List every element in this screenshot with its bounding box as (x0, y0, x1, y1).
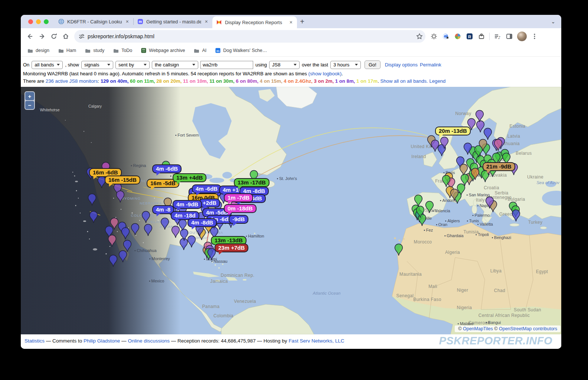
direction-select[interactable]: sent by (115, 61, 150, 69)
site-settings-icon[interactable] (79, 33, 85, 39)
map-marker[interactable] (187, 235, 196, 248)
extension-privacy-icon[interactable] (440, 31, 451, 42)
map-marker[interactable] (171, 226, 180, 238)
reception-report-label[interactable]: 13m +4dB (173, 173, 206, 182)
back-button[interactable] (24, 31, 36, 42)
map-marker[interactable] (89, 211, 98, 223)
minimize-window-button[interactable] (36, 19, 41, 24)
extension-r-icon[interactable]: R (464, 31, 475, 42)
extension-globe-icon[interactable] (452, 31, 463, 42)
reception-report-label[interactable]: +2dB (199, 199, 220, 207)
map-marker[interactable] (131, 223, 140, 236)
band-select[interactable]: all bands (32, 61, 63, 69)
statistics-link[interactable]: Statistics (24, 338, 45, 344)
reception-report-label[interactable]: 4m -9dB (173, 200, 202, 209)
new-tab-button[interactable]: + (297, 16, 307, 27)
tab-overflow-button[interactable]: ⌄ (549, 17, 558, 26)
display-options-link[interactable]: Display options (385, 62, 418, 68)
map-marker[interactable] (116, 190, 125, 203)
reception-report-label[interactable]: 13m -17dB (234, 178, 270, 187)
openmaptiles-link[interactable]: OpenMapTiles (463, 326, 493, 331)
mode-select[interactable]: JS8 (269, 61, 300, 69)
map-marker[interactable] (478, 139, 487, 151)
hosting-link[interactable]: Fast Serv Networks, LLC (288, 338, 344, 344)
reception-report-label[interactable]: 1m -7dB (224, 193, 253, 202)
map-marker[interactable] (494, 139, 503, 151)
bookmark-item[interactable]: 31 ToDo (113, 48, 132, 53)
openstreetmap-link[interactable]: OpenStreetMap contributors (499, 326, 557, 331)
map-marker[interactable] (118, 250, 127, 263)
map-marker[interactable] (475, 110, 484, 122)
maximize-window-button[interactable] (44, 19, 49, 24)
bookmark-label: ToDo (121, 48, 132, 53)
reception-report-label[interactable]: 4m -6dB (152, 164, 182, 173)
period-select[interactable]: 3 hours (330, 61, 361, 69)
online-discussions-link[interactable]: Online discussions (128, 338, 170, 344)
map-marker[interactable] (141, 211, 150, 223)
active-monitors-link[interactable]: 236 active JS8 monitors (46, 78, 98, 84)
zoom-out-button[interactable]: − (25, 101, 34, 109)
map-marker[interactable] (88, 193, 97, 206)
map-marker[interactable] (416, 206, 425, 218)
map-marker[interactable] (109, 255, 118, 267)
bookmark-item[interactable]: 31 study (85, 48, 104, 53)
map-marker[interactable] (450, 189, 459, 201)
callsign-input[interactable] (200, 61, 253, 69)
reception-report-label[interactable]: 23m +7dB (215, 243, 248, 252)
map-marker[interactable] (440, 137, 449, 149)
map-marker[interactable] (471, 168, 480, 180)
go-button[interactable]: Go! (365, 60, 380, 69)
side-panel-icon[interactable] (504, 31, 515, 42)
legend-link[interactable]: Legend (429, 78, 445, 84)
bookmark-item[interactable]: 31 design (27, 48, 49, 53)
tab-reception-reports-active[interactable]: Display Reception Reports × (212, 16, 297, 28)
extensions-puzzle-icon[interactable] (476, 31, 487, 42)
reception-map[interactable]: WhitehorseCalgaryReginaFort SevernThunde… (21, 87, 561, 334)
bookmark-item[interactable]: 31 AI (194, 48, 206, 53)
profile-avatar[interactable] (517, 32, 527, 41)
tab-callsign-lookup[interactable]: KD6FTR - Callsign Lookup by × (55, 15, 133, 28)
map-marker[interactable] (108, 235, 117, 247)
extension-gear-icon[interactable] (428, 31, 440, 42)
signals-select[interactable]: signals (81, 61, 113, 69)
tab-close-icon[interactable]: × (125, 19, 130, 24)
bookmark-star-icon[interactable] (416, 33, 423, 40)
reception-report-label[interactable]: 0m -18dB (224, 204, 257, 213)
forward-button[interactable] (36, 31, 48, 42)
bookmark-item[interactable]: 31 Webpage archive (141, 48, 185, 53)
map-marker[interactable] (394, 243, 403, 256)
map-marker[interactable] (425, 201, 434, 213)
tab-close-icon[interactable]: × (204, 19, 209, 24)
close-window-button[interactable] (28, 19, 33, 24)
tab-close-icon[interactable]: × (289, 19, 293, 25)
url-text[interactable]: pskreporter.info/pskmap.html (88, 33, 413, 39)
map-marker[interactable] (463, 142, 472, 155)
reception-report-label[interactable]: 16m -15dB (105, 176, 140, 184)
show-logbook-link[interactable]: (show logbook) (308, 71, 342, 76)
permalink-link[interactable]: Permalink (420, 62, 441, 68)
media-controls-icon[interactable]: ♪ (492, 31, 503, 42)
reception-report-label[interactable]: -9dB (229, 215, 248, 224)
show-all-bands-link[interactable]: Show all on all bands. (380, 78, 428, 84)
map-marker[interactable] (485, 196, 494, 209)
map-marker[interactable] (512, 209, 520, 222)
reception-report-label[interactable]: 21m -9dB (483, 162, 515, 171)
map-marker[interactable] (483, 128, 492, 140)
bookmark-item[interactable]: 31 Ham (58, 48, 76, 53)
tab-mastodon[interactable]: m Getting started - masto.deoa × (134, 15, 212, 28)
entity-select[interactable]: the callsign (152, 61, 198, 69)
map-marker[interactable] (442, 175, 451, 187)
bookmark-item[interactable]: 31 Dog Walkers' Sche… (215, 48, 267, 53)
menu-kebab-icon[interactable] (529, 31, 540, 42)
reception-report-label[interactable]: 4m -8dB (187, 218, 217, 227)
zoom-in-button[interactable]: + (25, 92, 34, 100)
philip-gladstone-link[interactable]: Philip Gladstone (84, 338, 120, 344)
reload-button[interactable] (48, 31, 59, 42)
map-marker[interactable] (160, 217, 169, 230)
home-button[interactable] (60, 31, 71, 42)
reception-report-label[interactable]: 20m -13dB (435, 127, 471, 135)
reception-report-label[interactable]: 4m -6dB (192, 184, 221, 193)
map-marker[interactable] (121, 227, 130, 240)
map-marker[interactable] (144, 224, 153, 236)
url-bar[interactable]: pskreporter.info/pskmap.html (74, 30, 425, 43)
